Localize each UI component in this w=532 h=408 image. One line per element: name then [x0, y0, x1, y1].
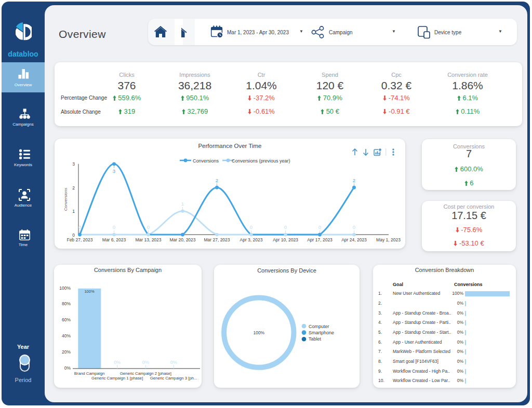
svg-text:1: 1	[181, 201, 184, 207]
svg-text:Apr 17, 2023: Apr 17, 2023	[307, 237, 332, 242]
svg-text:80%: 80%	[62, 301, 71, 306]
svg-text:100%: 100%	[253, 330, 264, 335]
svg-text:0: 0	[284, 224, 287, 230]
svg-text:Apr 10, 2023: Apr 10, 2023	[273, 237, 298, 242]
svg-text:100%: 100%	[84, 289, 95, 294]
svg-text:3: 3	[72, 161, 75, 167]
svg-text:Mar 6, 2023: Mar 6, 2023	[102, 237, 126, 242]
svg-text:Mar 27, 2023: Mar 27, 2023	[204, 237, 230, 242]
svg-text:Brand Campaign: Brand Campaign	[74, 371, 105, 376]
svg-text:0: 0	[353, 224, 355, 230]
svg-text:Tablet: Tablet	[309, 336, 322, 342]
svg-text:2: 2	[216, 178, 218, 183]
svg-text:0%: 0%	[170, 360, 177, 365]
svg-text:1: 1	[72, 209, 75, 214]
svg-text:Smartphone: Smartphone	[309, 330, 334, 335]
svg-text:Apr 24, 2023: Apr 24, 2023	[341, 237, 367, 242]
svg-text:0%: 0%	[64, 365, 71, 371]
svg-text:Mar 13, 2023: Mar 13, 2023	[135, 237, 161, 242]
svg-text:2: 2	[72, 185, 75, 191]
svg-text:40%: 40%	[62, 333, 71, 338]
svg-text:0: 0	[147, 224, 150, 230]
svg-text:Generic Campaign 3 [ph...: Generic Campaign 3 [ph...	[150, 376, 197, 380]
svg-text:0: 0	[72, 233, 75, 238]
svg-text:Conversions: Conversions	[63, 188, 68, 211]
svg-text:0: 0	[318, 224, 321, 230]
svg-text:0%: 0%	[142, 360, 149, 365]
svg-text:60%: 60%	[62, 317, 71, 322]
svg-text:100%: 100%	[59, 285, 71, 291]
svg-text:Feb 27, 2023: Feb 27, 2023	[66, 237, 92, 242]
svg-text:Apr 3, 2023: Apr 3, 2023	[240, 237, 263, 242]
svg-text:20%: 20%	[62, 349, 71, 355]
svg-text:0: 0	[78, 224, 81, 230]
svg-text:Generic Campaign 2 [phase]: Generic Campaign 2 [phase]	[120, 371, 171, 376]
svg-text:0%: 0%	[114, 360, 121, 365]
svg-text:2: 2	[353, 178, 355, 183]
svg-text:Computer: Computer	[309, 324, 329, 329]
svg-text:Mar 20, 2023: Mar 20, 2023	[169, 237, 195, 242]
svg-text:0: 0	[113, 224, 115, 230]
svg-text:0: 0	[250, 224, 252, 230]
svg-text:May 1, 2023: May 1, 2023	[376, 237, 401, 242]
svg-text:3: 3	[113, 168, 115, 174]
svg-text:Generic Campaign 1 [phase]: Generic Campaign 1 [phase]	[91, 376, 143, 380]
